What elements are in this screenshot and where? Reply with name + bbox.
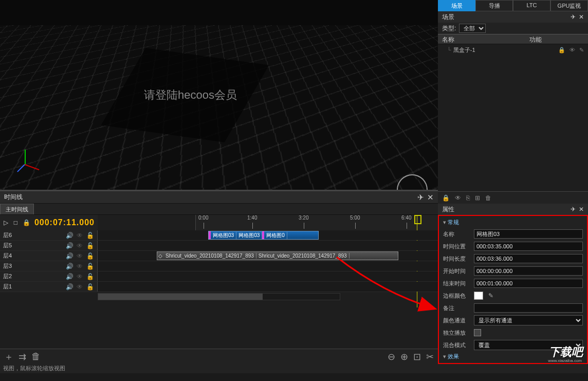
scene-item[interactable]: └ 黑盒子-1 🔒 👁 ✎ bbox=[438, 44, 588, 56]
lock-icon[interactable]: 🔓 bbox=[86, 242, 94, 249]
tab-director[interactable]: 导播 bbox=[475, 0, 513, 11]
fadein-field[interactable] bbox=[474, 364, 511, 364]
layer-name[interactable]: 层6 bbox=[3, 231, 63, 239]
clip-segment: Shricut_video_20210108_142917_893 bbox=[163, 253, 256, 259]
channel-select[interactable]: 显示所有通道 bbox=[474, 315, 583, 325]
prop-label: 结束时间 bbox=[443, 280, 471, 287]
section-general[interactable]: 常规 bbox=[439, 217, 587, 228]
prop-label: 开始时间 bbox=[443, 267, 471, 275]
eye-icon[interactable]: 👁 bbox=[569, 47, 575, 53]
trash-icon[interactable]: 🗑 bbox=[485, 194, 491, 202]
tab-ltc[interactable]: LTC bbox=[513, 0, 550, 11]
track[interactable] bbox=[98, 261, 438, 271]
scrollbar-thumb[interactable] bbox=[98, 294, 263, 300]
scene-item-label: 黑盒子-1 bbox=[453, 46, 475, 54]
lock-icon[interactable]: 🔒 bbox=[558, 47, 565, 53]
clip-gray[interactable]: ◇ Shricut_video_20210108_142917_893 Shri… bbox=[157, 251, 398, 260]
lock-icon[interactable]: 🔒 bbox=[442, 194, 450, 202]
lock-icon[interactable]: 🔓 bbox=[86, 263, 94, 270]
send-icon[interactable]: ✈ bbox=[571, 13, 576, 21]
cut-button[interactable]: ✂ bbox=[426, 351, 434, 362]
edit-icon[interactable]: ✎ bbox=[486, 292, 495, 299]
time-ruler[interactable]: 0:00 1:40 3:20 5:00 6:40 8:20 10:00 bbox=[195, 215, 438, 230]
indep-checkbox[interactable] bbox=[474, 329, 481, 336]
watermark-text: 请登陆hecoos会员 bbox=[144, 87, 237, 103]
tab-main-timeline[interactable]: 主时间线 bbox=[0, 204, 34, 214]
watermark-url: www.xiazaiba.com bbox=[548, 358, 582, 363]
tick: 1:40 bbox=[247, 215, 257, 221]
tab-scene[interactable]: 场景 bbox=[438, 0, 475, 11]
clip-segment: Shricut_video_20210108_142917_893 bbox=[256, 253, 350, 259]
layer-name[interactable]: 层4 bbox=[3, 252, 63, 260]
add-button[interactable]: ＋ bbox=[4, 351, 13, 363]
eye-icon[interactable]: 👁 bbox=[76, 232, 84, 239]
grid-icon[interactable]: ⊞ bbox=[475, 194, 480, 202]
color-swatch[interactable] bbox=[474, 292, 483, 300]
eye-icon[interactable]: 👁 bbox=[76, 273, 84, 280]
zoom-in-button[interactable]: ⊕ bbox=[400, 351, 408, 362]
close-icon[interactable]: ✕ bbox=[579, 206, 584, 213]
close-icon[interactable]: ✕ bbox=[427, 193, 434, 202]
note-field[interactable] bbox=[474, 303, 583, 313]
horizontal-scrollbar[interactable] bbox=[98, 293, 340, 300]
audio-icon[interactable]: 🔊 bbox=[65, 252, 74, 260]
track[interactable] bbox=[98, 282, 438, 292]
clip-segment: 网格图03 bbox=[211, 232, 236, 239]
layer-name[interactable]: 层3 bbox=[3, 262, 63, 270]
timelen-field[interactable] bbox=[474, 254, 583, 263]
prop-label: 混合模式 bbox=[443, 341, 471, 349]
lock-icon[interactable]: 🔓 bbox=[86, 283, 94, 291]
send-icon[interactable]: ✈ bbox=[417, 193, 424, 202]
scene-panel-title: 场景 bbox=[442, 13, 454, 22]
track[interactable]: 网格图03 网格图03 网格图0 bbox=[98, 230, 438, 240]
edit-icon[interactable]: ✎ bbox=[579, 47, 584, 53]
audio-icon[interactable]: 🔊 bbox=[65, 263, 74, 270]
layer-name[interactable]: 层5 bbox=[3, 242, 63, 249]
clip-blue[interactable]: 网格图03 网格图03 网格图0 bbox=[208, 231, 319, 240]
play-button[interactable]: ▷ bbox=[3, 218, 9, 227]
type-select[interactable]: 全部 bbox=[459, 24, 486, 33]
tab-gpu[interactable]: GPU监视 bbox=[550, 0, 588, 11]
audio-icon[interactable]: 🔊 bbox=[65, 232, 74, 239]
lock-icon[interactable]: 🔒 bbox=[23, 219, 30, 226]
lock-icon[interactable]: 🔓 bbox=[86, 232, 94, 239]
viewport-3d[interactable]: 请登陆hecoos会员 bbox=[0, 0, 438, 190]
audio-icon[interactable]: 🔊 bbox=[65, 283, 74, 291]
track[interactable]: ◇ Shricut_video_20210108_142917_893 Shri… bbox=[98, 251, 438, 261]
zoom-out-button[interactable]: ⊖ bbox=[388, 351, 395, 362]
layer-name[interactable]: 层1 bbox=[3, 283, 63, 291]
timecode-display[interactable]: 000:07:11.000 bbox=[34, 218, 95, 227]
eye-icon[interactable]: 👁 bbox=[76, 242, 84, 249]
stop-button[interactable]: □ bbox=[13, 218, 19, 227]
fit-button[interactable]: ⊡ bbox=[413, 351, 421, 362]
eye-icon[interactable]: 👁 bbox=[76, 263, 84, 270]
track[interactable] bbox=[98, 271, 438, 281]
status-bar: 视图，鼠标滚轮缩放视图 bbox=[0, 364, 588, 373]
delete-button[interactable]: 🗑 bbox=[31, 351, 41, 362]
eye-icon[interactable]: 👁 bbox=[76, 283, 84, 291]
copy-icon[interactable]: ⎘ bbox=[466, 194, 470, 202]
send-icon[interactable]: ✈ bbox=[571, 206, 576, 213]
scene-list[interactable]: └ 黑盒子-1 🔒 👁 ✎ bbox=[438, 44, 588, 191]
audio-icon[interactable]: 🔊 bbox=[65, 273, 74, 280]
lock-icon[interactable]: 🔓 bbox=[86, 252, 94, 260]
tick: 0:00 bbox=[198, 215, 208, 221]
link-button[interactable]: ⇉ bbox=[19, 351, 26, 362]
close-icon[interactable]: ✕ bbox=[579, 13, 584, 21]
eye-icon[interactable]: 👁 bbox=[455, 194, 461, 202]
type-label: 类型: bbox=[442, 24, 456, 33]
watermark-logo: 下载吧 bbox=[549, 344, 583, 360]
audio-icon[interactable]: 🔊 bbox=[65, 242, 74, 249]
end-field[interactable] bbox=[474, 279, 583, 288]
start-field[interactable] bbox=[474, 266, 583, 276]
lock-icon[interactable]: 🔓 bbox=[86, 273, 94, 280]
tick: 3:20 bbox=[299, 215, 308, 221]
fadeout-field[interactable] bbox=[545, 364, 583, 364]
tick: 6:40 bbox=[401, 215, 411, 221]
timepos-field[interactable] bbox=[474, 242, 583, 251]
track[interactable] bbox=[98, 241, 438, 250]
name-field[interactable] bbox=[474, 229, 583, 239]
layer-name[interactable]: 层2 bbox=[3, 273, 63, 280]
eye-icon[interactable]: 👁 bbox=[76, 252, 84, 260]
properties-title: 属性 bbox=[442, 205, 454, 214]
